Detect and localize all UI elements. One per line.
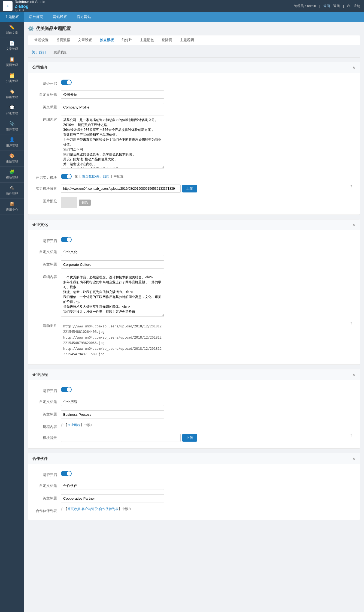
new-article-icon: ✏️	[9, 25, 15, 30]
history-custom-label-input[interactable]	[61, 398, 164, 406]
culture-enable-toggle[interactable]	[61, 237, 72, 242]
culture-detail-textarea[interactable]: 一个优秀的作品，必然是理念、设计和技术的完美结合。<br> 多年来我们为不同行业…	[61, 273, 164, 316]
sidebar-item-tags[interactable]: 🏷️ 标签管理	[0, 86, 24, 102]
sub-tab-contact-us[interactable]: 联系我们	[50, 48, 71, 57]
company-module-bg-upload-btn[interactable]: 上传	[182, 185, 197, 192]
company-module-enable-label: 开启实力模块	[34, 174, 61, 180]
sidebar-item-themes[interactable]: 🎨 主题管理	[0, 150, 24, 167]
history-module-bg-label: 模块背景	[34, 434, 61, 440]
sidebar-item-pages[interactable]: 📋 页面管理	[0, 54, 24, 70]
company-module-enable-link[interactable]: 首页数据-关于我们	[82, 174, 109, 179]
partner-list-link[interactable]: 首页数据-客户与评价-合作伙伴列表	[67, 507, 119, 511]
company-img-delete-btn[interactable]: 删除	[79, 200, 91, 206]
back-label[interactable]: 返回	[333, 4, 340, 8]
sidebar-label-categories: 分类管理	[6, 79, 18, 83]
tab-homepage-data[interactable]: 首页数据	[52, 35, 74, 45]
sidebar-item-new-article[interactable]: ✏️ 新建文章	[0, 22, 24, 38]
section-partner: 合作伙伴 ∧ 是否开启 自定义标题	[28, 453, 360, 520]
sidebar-item-app-center[interactable]: 📦 应用中心	[0, 199, 24, 215]
partner-en-label-row: 英文标题	[28, 492, 360, 505]
partner-enable-row: 是否开启	[28, 469, 360, 480]
nav-site-settings[interactable]: 网站设置	[48, 12, 72, 22]
sidebar-item-modules[interactable]: 🧩 模块管理	[0, 167, 24, 183]
sidebar-label-articles: 文章管理	[6, 47, 18, 51]
sidebar-label-users: 用户管理	[6, 143, 18, 147]
history-enable-row: 是否开启	[28, 385, 360, 396]
culture-custom-label-label: 自定义标题	[34, 248, 61, 254]
history-module-bg-help[interactable]: ?	[348, 434, 354, 438]
sidebar-item-attachments[interactable]: 📎 附件管理	[0, 118, 24, 134]
company-module-bg-input[interactable]	[61, 185, 181, 193]
culture-slider-label: 滑动图片	[34, 322, 61, 328]
company-custom-label-control	[61, 91, 354, 99]
history-enable-toggle[interactable]	[61, 387, 72, 392]
culture-en-label-input[interactable]	[61, 260, 164, 269]
tab-login-page[interactable]: 登陆页	[158, 35, 176, 45]
sub-tab-about-us[interactable]: 关于我们	[28, 48, 50, 57]
tab-theme-desc[interactable]: 主题说明	[176, 35, 198, 45]
comments-icon: 💬	[9, 105, 15, 110]
section-partner-collapse[interactable]: ∧	[352, 456, 356, 461]
history-content-control: 在【企业历程】中添加	[61, 423, 354, 427]
company-module-bg-control: 上传	[61, 185, 346, 193]
sidebar-item-plugins[interactable]: 🔌 插件管理	[0, 183, 24, 199]
sidebar-label-themes: 主题管理	[6, 159, 18, 164]
back-link[interactable]: 返回	[323, 4, 330, 8]
tab-article-settings[interactable]: 文章设置	[74, 35, 96, 45]
culture-custom-label-input[interactable]	[61, 248, 164, 256]
sidebar-item-comments[interactable]: 💬 评论管理	[0, 102, 24, 118]
nav-theme-config[interactable]: 主题配置	[0, 12, 24, 22]
culture-custom-label-row: 自定义标题	[28, 246, 360, 258]
partner-enable-toggle[interactable]	[61, 471, 72, 476]
history-en-label-input[interactable]	[61, 410, 164, 418]
brand-name: Z-Blog	[15, 4, 45, 9]
company-en-label-row: 英文标题	[28, 101, 360, 113]
culture-slider-textarea[interactable]: http://www.um04.com/zb_users/upload/2018…	[61, 322, 164, 357]
section-company: 公司简介 ∧ 是否开启 自定义标题	[28, 62, 360, 215]
sidebar-item-categories[interactable]: 🗂️ 分类管理	[0, 70, 24, 86]
history-content-label: 历程内容	[34, 423, 61, 429]
company-module-bg-help[interactable]: ?	[348, 185, 354, 189]
logout-icon: ⏻	[347, 4, 350, 8]
company-enable-label: 是否开启	[34, 80, 61, 86]
culture-slider-help[interactable]: ?	[348, 322, 354, 326]
culture-enable-row: 是否开启	[28, 235, 360, 246]
partner-custom-label-row: 自定义标题	[28, 480, 360, 492]
partner-custom-label-control	[61, 482, 354, 490]
company-custom-label-input[interactable]	[61, 91, 164, 99]
section-partner-body: 是否开启 自定义标题	[28, 464, 360, 520]
history-module-bg-input[interactable]	[61, 434, 181, 442]
partner-custom-label-input[interactable]	[61, 482, 164, 490]
section-history-collapse[interactable]: ∧	[352, 372, 356, 377]
company-enable-toggle[interactable]	[61, 80, 72, 85]
company-en-label-input[interactable]	[61, 103, 164, 111]
sidebar-label-tags: 标签管理	[6, 95, 18, 99]
company-detail-textarea[interactable]: 某某公司，是一家充满创造力和想象力的体验创新设计咨询公司。 2010年，我们开始…	[61, 116, 164, 168]
tab-slideshow[interactable]: 幻灯片	[118, 35, 136, 45]
history-module-bg-row: 模块背景 上传 ?	[28, 432, 360, 444]
company-en-label-label: 英文标题	[34, 103, 61, 110]
tab-standalone-template[interactable]: 独立模板	[96, 35, 118, 45]
tab-theme-color[interactable]: 主题配色	[136, 35, 158, 45]
section-partner-header: 合作伙伴 ∧	[28, 453, 360, 464]
culture-custom-label-control	[61, 248, 354, 256]
tab-general-settings[interactable]: 常规设置	[31, 35, 52, 45]
sidebar-item-users[interactable]: 👤 用户管理	[0, 134, 24, 150]
sidebar-label-modules: 模块管理	[6, 176, 18, 180]
section-culture-collapse[interactable]: ∧	[352, 222, 356, 227]
nav-backend[interactable]: 后台首页	[24, 12, 48, 22]
history-content-link[interactable]: 企业历程	[67, 423, 80, 427]
main-content: ⚙️ 优美尚品主题配置 常规设置 首页数据 文章设置 独立模板 幻灯片 主题配色…	[24, 22, 364, 612]
sidebar-label-attachments: 附件管理	[6, 127, 18, 131]
section-culture-body: 是否开启 自定义标题	[28, 230, 360, 364]
company-module-bg-row: 实力模块背景 上传 ?	[28, 182, 360, 195]
history-module-bg-upload-btn[interactable]: 上传	[182, 434, 197, 442]
logout-label[interactable]: 注销	[354, 4, 360, 8]
nav-official-site[interactable]: 官方网站	[72, 12, 96, 22]
partner-en-label-input[interactable]	[61, 494, 164, 502]
culture-enable-label: 是否开启	[34, 237, 61, 243]
sidebar-item-articles[interactable]: 📄 文章管理	[0, 38, 24, 54]
company-module-enable-toggle[interactable]	[61, 174, 72, 179]
partner-en-label-control	[61, 494, 354, 502]
section-company-collapse[interactable]: ∧	[352, 65, 356, 70]
